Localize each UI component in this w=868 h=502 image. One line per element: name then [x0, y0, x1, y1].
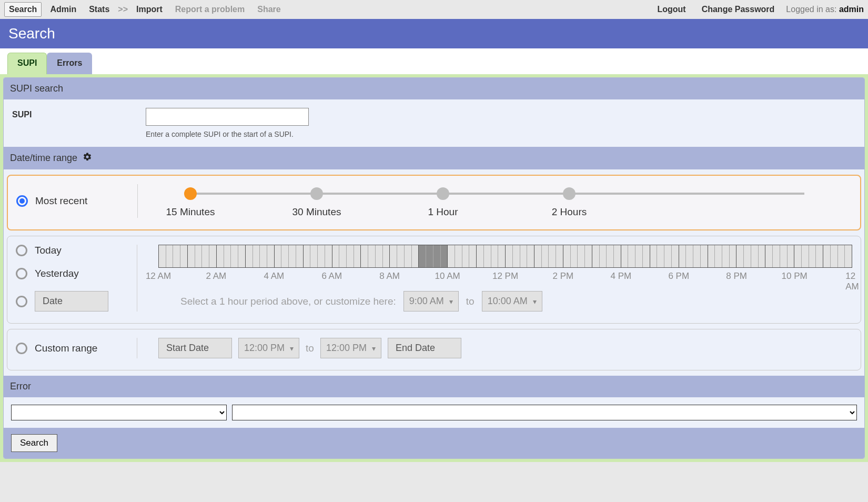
nav-search[interactable]: Search — [4, 2, 42, 17]
chevron-down-icon: ▾ — [290, 344, 294, 353]
radio-date[interactable] — [16, 296, 27, 307]
custom-start-date-button[interactable]: Start Date — [158, 338, 232, 358]
dtr-day-zone: Today Yesterday Date 12 AM2 AM4 AM6 AM8 … — [7, 236, 861, 324]
divider — [137, 184, 138, 218]
date-picker-button[interactable]: Date — [35, 291, 108, 312]
custom-start-time-select[interactable]: 12:00 PM▾ — [238, 338, 299, 358]
tab-supi[interactable]: SUPI — [7, 53, 47, 74]
nav-more-chevron: >> — [118, 5, 128, 14]
section-head-error: Error — [4, 376, 864, 397]
topnav: Search Admin Stats >> Import Report a pr… — [0, 0, 868, 19]
chevron-down-icon: ▾ — [449, 297, 453, 306]
tab-errors[interactable]: Errors — [47, 53, 92, 74]
radio-most-recent[interactable] — [16, 195, 28, 207]
today-to-select[interactable]: 10:00 AM▾ — [482, 291, 542, 312]
divider — [137, 338, 137, 358]
nav-logout[interactable]: Logout — [653, 3, 690, 16]
radio-yesterday[interactable] — [16, 268, 27, 279]
slider-dot-1h[interactable] — [437, 187, 449, 200]
most-recent-label: Most recent — [35, 195, 87, 207]
yesterday-label: Yesterday — [35, 268, 79, 279]
gear-icon[interactable] — [83, 152, 92, 164]
radio-custom-range[interactable] — [16, 343, 27, 354]
divider — [137, 245, 137, 312]
chevron-down-icon: ▾ — [533, 297, 537, 306]
slider-dot-2h[interactable] — [563, 187, 576, 200]
custom-range-label: Custom range — [35, 343, 97, 354]
radio-today[interactable] — [16, 245, 27, 256]
slider-dot-30m[interactable] — [310, 187, 323, 200]
content-area: SUPI search SUPI Enter a complete SUPI o… — [0, 74, 868, 462]
logged-in-label: Logged in as: admin — [786, 5, 864, 14]
custom-end-time-select[interactable]: 12:00 PM▾ — [320, 338, 381, 358]
chevron-down-icon: ▾ — [372, 344, 376, 353]
search-bar: Search — [4, 428, 864, 458]
hour-timeline[interactable] — [158, 245, 852, 268]
nav-stats[interactable]: Stats — [85, 3, 114, 16]
supi-input[interactable] — [146, 108, 309, 126]
page-title: Search — [0, 19, 868, 48]
today-label: Today — [35, 245, 62, 256]
timeline-ticks: 12 AM2 AM4 AM6 AM8 AM10 AM12 PM2 PM4 PM6… — [158, 271, 852, 284]
logged-in-user: admin — [839, 5, 864, 14]
dtr-custom-zone: Custom range Start Date 12:00 PM▾ to 12:… — [7, 329, 861, 370]
tabs: SUPI Errors — [0, 48, 868, 74]
custom-end-date-button[interactable]: End Date — [388, 338, 461, 358]
slider-dot-15m[interactable] — [184, 187, 197, 200]
error-select-left[interactable] — [11, 405, 227, 420]
section-head-supi-search: SUPI search — [4, 78, 864, 99]
nav-admin[interactable]: Admin — [46, 3, 80, 16]
search-button[interactable]: Search — [11, 434, 57, 452]
section-head-dtr: Date/time range — [4, 147, 864, 169]
error-select-right[interactable] — [232, 405, 857, 420]
recent-slider[interactable]: 15 Minutes 30 Minutes 1 Hour 2 Hours — [159, 184, 852, 218]
today-hint: Select a 1 hour period above, or customi… — [180, 296, 396, 307]
today-from-select[interactable]: 9:00 AM▾ — [403, 291, 459, 312]
supi-label: SUPI — [12, 108, 133, 119]
nav-report-problem: Report a problem — [171, 3, 249, 16]
nav-import[interactable]: Import — [132, 3, 167, 16]
dtr-most-recent-zone: Most recent 15 Minutes 30 Minutes 1 Hour… — [7, 175, 861, 230]
supi-hint: Enter a complete SUPI or the start of a … — [146, 130, 309, 138]
nav-change-password[interactable]: Change Password — [698, 3, 779, 16]
nav-share: Share — [253, 3, 285, 16]
